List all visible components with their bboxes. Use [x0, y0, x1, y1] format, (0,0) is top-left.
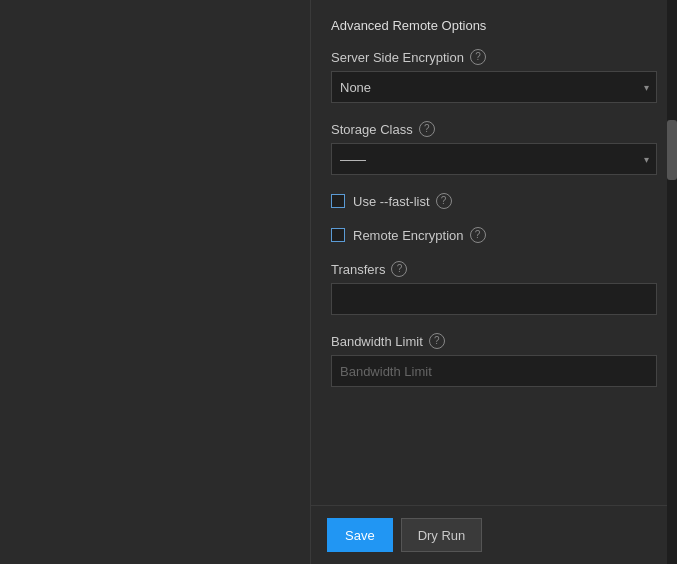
content-area: Advanced Remote Options Server Side Encr… — [331, 18, 657, 465]
storage-class-select-wrapper: —— STANDARD REDUCED_REDUNDANCY STANDARD_… — [331, 143, 657, 175]
footer-buttons: Save Dry Run — [311, 505, 677, 564]
dry-run-button[interactable]: Dry Run — [401, 518, 483, 552]
server-side-encryption-group: Server Side Encryption ? None AES256 aws… — [331, 49, 657, 103]
storage-class-select[interactable]: —— STANDARD REDUCED_REDUNDANCY STANDARD_… — [331, 143, 657, 175]
storage-class-label: Storage Class ? — [331, 121, 657, 137]
bandwidth-limit-group: Bandwidth Limit ? — [331, 333, 657, 387]
scrollbar[interactable] — [667, 0, 677, 564]
server-side-encryption-select[interactable]: None AES256 aws:kms — [331, 71, 657, 103]
save-button[interactable]: Save — [327, 518, 393, 552]
bandwidth-limit-input[interactable] — [331, 355, 657, 387]
use-fast-list-label[interactable]: Use --fast-list ? — [353, 193, 452, 209]
right-panel: Advanced Remote Options Server Side Encr… — [310, 0, 677, 564]
remote-encryption-label[interactable]: Remote Encryption ? — [353, 227, 486, 243]
remote-encryption-checkbox[interactable] — [331, 228, 345, 242]
transfers-input[interactable] — [331, 283, 657, 315]
server-side-encryption-label: Server Side Encryption ? — [331, 49, 657, 65]
bandwidth-limit-help-icon[interactable]: ? — [429, 333, 445, 349]
server-side-encryption-select-wrapper: None AES256 aws:kms ▾ — [331, 71, 657, 103]
server-side-encryption-help-icon[interactable]: ? — [470, 49, 486, 65]
storage-class-help-icon[interactable]: ? — [419, 121, 435, 137]
remote-encryption-group: Remote Encryption ? — [331, 227, 657, 243]
scrollbar-thumb[interactable] — [667, 120, 677, 180]
transfers-label: Transfers ? — [331, 261, 657, 277]
section-title: Advanced Remote Options — [331, 18, 657, 33]
left-panel — [0, 0, 310, 564]
remote-encryption-help-icon[interactable]: ? — [470, 227, 486, 243]
bandwidth-limit-label: Bandwidth Limit ? — [331, 333, 657, 349]
use-fast-list-checkbox[interactable] — [331, 194, 345, 208]
use-fast-list-group: Use --fast-list ? — [331, 193, 657, 209]
page-container: Advanced Remote Options Server Side Encr… — [0, 0, 677, 564]
transfers-help-icon[interactable]: ? — [391, 261, 407, 277]
use-fast-list-help-icon[interactable]: ? — [436, 193, 452, 209]
transfers-group: Transfers ? — [331, 261, 657, 315]
storage-class-group: Storage Class ? —— STANDARD REDUCED_REDU… — [331, 121, 657, 175]
